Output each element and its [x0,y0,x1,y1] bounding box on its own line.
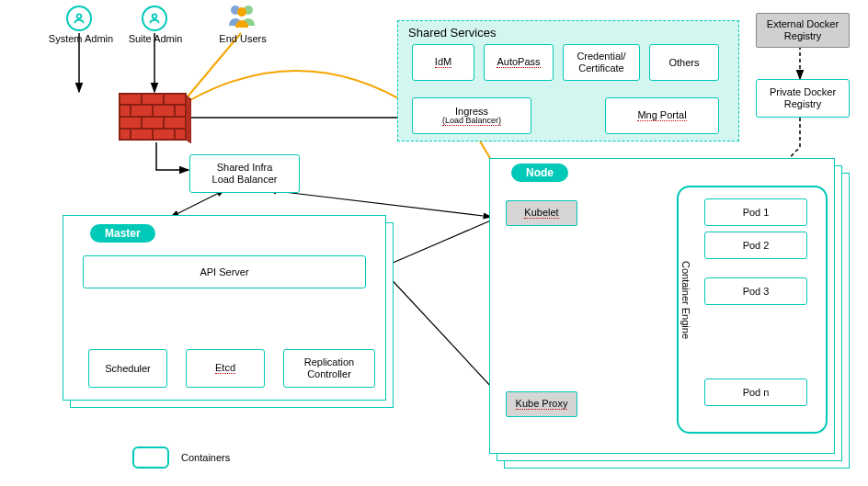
api-server-box: API Server [83,255,366,288]
endusers-label: End Users [215,33,270,44]
replication-box: Replication Controller [283,349,375,388]
shared-services-title: Shared Services [408,26,496,40]
legend-swatch [132,446,169,469]
pod3-box: Pod 3 [704,277,807,305]
mng-portal-box: Mng Portal [605,97,719,134]
endusers-icon [226,2,259,31]
sysadmin-label: System Admin [44,33,118,44]
container-engine-label: Container Engine [680,261,691,339]
svg-point-20 [153,14,157,18]
ingress-sub: (Load Balancer) [442,117,501,126]
pod1-box: Pod 1 [704,198,807,226]
others-box: Others [649,44,719,81]
external-docker-box: External Docker Registry [756,13,850,48]
legend: Containers [132,446,230,469]
svg-point-23 [237,7,246,17]
sysadmin-icon [66,6,92,31]
credential-box: Credential/ Certificate [563,44,640,81]
master-title: Master [90,224,155,243]
scheduler-box: Scheduler [88,349,167,388]
podn-box: Pod n [704,379,807,406]
svg-line-6 [171,190,224,217]
pod2-box: Pod 2 [704,232,807,259]
svg-line-12 [384,272,506,402]
svg-line-11 [384,214,506,266]
ingress-box: Ingress (Load Balancer) [412,97,531,134]
kubelet-box: Kubelet [506,200,577,226]
etcd-box: Etcd [186,349,265,388]
shared-infra-lb: Shared Infra Load Balancer [189,154,300,193]
idm-box: IdM [412,44,474,81]
autopass-box: AutoPass [484,44,554,81]
legend-label: Containers [181,452,230,463]
svg-point-19 [77,14,82,18]
suiteadmin-icon [142,6,167,31]
private-docker-box: Private Docker Registry [756,79,850,118]
kubeproxy-box: Kube Proxy [506,391,577,417]
svg-line-7 [268,190,491,217]
ingress-label: Ingress [455,106,488,117]
node-title: Node [511,164,568,182]
firewall-icon [118,92,191,145]
suiteadmin-label: Suite Admin [123,33,188,44]
